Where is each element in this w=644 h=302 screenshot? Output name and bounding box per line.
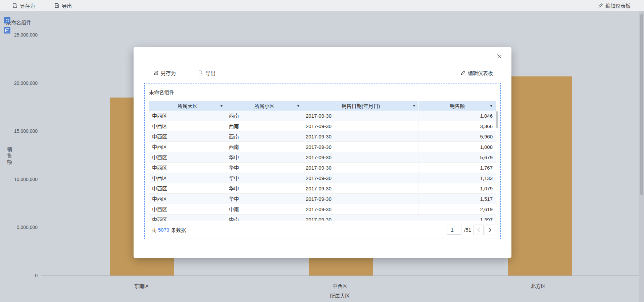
cell: 中西区 [149, 131, 226, 141]
cell: 2017-09-30 [303, 194, 419, 204]
cell: 中西区 [149, 173, 226, 183]
cell: 2017-09-30 [303, 111, 419, 121]
cell: 中南 [226, 204, 303, 214]
cell: 华中 [226, 163, 303, 173]
cell: 2017-09-30 [303, 215, 419, 221]
next-page-button[interactable] [485, 225, 495, 235]
edit-dashboard-label: 编辑仪表板 [605, 2, 631, 9]
save-as-label: 另存为 [20, 2, 35, 9]
pencil-icon [598, 3, 603, 8]
undo-button[interactable] [4, 17, 10, 23]
table-row: 中西区 西南 2017-09-30 5,960 [149, 131, 496, 142]
chevron-down-icon[interactable] [490, 105, 493, 107]
x-axis-tick-label: 东南区 [115, 282, 168, 289]
table-row: 中西区 中南 2017-09-30 2,619 [149, 204, 496, 215]
cell: 华中 [226, 194, 303, 204]
modal-export-label: 导出 [205, 69, 215, 76]
widget-title: 未命名组件 [149, 88, 174, 96]
cell: 华中 [226, 183, 303, 193]
cell: 中西区 [149, 204, 226, 214]
y-axis-tick-label: 5,000,000 [0, 224, 38, 231]
y-axis-title: 销售额 [6, 147, 13, 166]
cell: 1,008 [419, 142, 496, 152]
modal-edit-dashboard-button[interactable]: 编辑仪表板 [460, 69, 493, 76]
top-toolbar: 另存为 导出 编辑仪表板 [0, 0, 644, 11]
y-axis-tick-label: 15,000,000 [0, 128, 38, 134]
prev-page-button[interactable] [473, 225, 484, 235]
save-as-button[interactable]: 另存为 [12, 2, 35, 9]
page-scrollbar[interactable] [639, 11, 644, 302]
cell: 1,079 [419, 183, 496, 193]
cell: 2,619 [419, 204, 496, 214]
table-row: 中西区 西南 2017-09-30 1,046 [149, 111, 496, 121]
column-header-sale-date[interactable]: 销售日期(年月日) [303, 101, 419, 111]
cell: 1,046 [419, 111, 496, 121]
table-row: 中西区 华中 2017-09-30 1,517 [149, 194, 496, 204]
table-widget-card[interactable]: 未命名组件 所属大区 所属小区 销售日期(年月日) 销售额 [144, 83, 501, 239]
cell: 2017-09-30 [303, 152, 419, 162]
x-axis-line [41, 276, 639, 276]
table-row: 中西区 西南 2017-09-30 3,366 [149, 121, 496, 131]
modal-save-as-button[interactable]: 另存为 [153, 69, 176, 76]
modal-toolbar: 另存为 导出 编辑仪表板 [153, 69, 493, 76]
modal-export-button[interactable]: 导出 [198, 69, 215, 76]
export-icon [198, 70, 203, 75]
cell: 中西区 [149, 111, 226, 121]
column-header-sales-amount[interactable]: 销售额 [419, 101, 496, 111]
x-axis-tick-label: 中西区 [313, 282, 367, 289]
save-icon [153, 70, 158, 75]
x-axis-title: 所属大区 [313, 292, 367, 299]
detail-modal: 另存为 导出 编辑仪表板 未命名组件 所属大区 所属小区 [134, 47, 511, 258]
column-header-label: 所属小区 [254, 102, 275, 109]
pencil-icon [460, 70, 465, 75]
chevron-left-icon [477, 228, 480, 232]
page-number-input[interactable] [447, 225, 461, 235]
record-count-prefix: 共 [151, 226, 156, 233]
cell: 华中 [226, 152, 303, 162]
export-button[interactable]: 导出 [54, 2, 72, 9]
cell: 中西区 [149, 121, 226, 131]
table-header-row: 所属大区 所属小区 销售日期(年月日) 销售额 [149, 101, 496, 111]
y-axis-tick-label: 10,000,000 [0, 176, 38, 183]
save-icon [12, 3, 17, 8]
chevron-right-icon [488, 228, 492, 232]
cell: 中西区 [149, 142, 226, 152]
cell: 2017-09-30 [303, 142, 419, 152]
edit-dashboard-button[interactable]: 编辑仪表板 [598, 2, 631, 9]
export-label: 导出 [62, 2, 72, 9]
chevron-down-icon[interactable] [220, 105, 223, 107]
cell: 5,679 [419, 152, 496, 162]
x-axis-tick-label: 北方区 [511, 282, 565, 289]
y-axis-tick-label: 20,000,000 [0, 80, 38, 86]
multi-select-button[interactable] [4, 27, 10, 34]
y-axis-tick-label: 0 [0, 272, 38, 279]
column-header-label: 所属大区 [178, 102, 198, 109]
table-row: 中西区 华中 2017-09-30 1,079 [149, 183, 496, 194]
cell: 3,366 [419, 121, 496, 131]
cell: 1,767 [419, 163, 496, 173]
column-header-region[interactable]: 所属大区 [149, 101, 226, 111]
chart-bar[interactable] [508, 76, 572, 276]
cell: 1,133 [419, 173, 496, 183]
cell: 中西区 [149, 194, 226, 204]
pagination: /51 [447, 225, 495, 235]
cell: 西南 [226, 142, 303, 152]
close-button[interactable] [496, 53, 503, 60]
page-scrollbar-thumb[interactable] [640, 14, 643, 195]
table-body: 中西区 西南 2017-09-30 1,046 中西区 西南 2017-09-3… [149, 111, 496, 221]
chevron-down-icon[interactable] [413, 105, 415, 107]
table-row: 中西区 华中 2017-09-30 5,679 [149, 152, 496, 163]
cell: 中西区 [149, 215, 226, 221]
cell: 1,517 [419, 194, 496, 204]
record-count-summary: 共 5073 条数据 [151, 225, 186, 235]
column-header-subregion[interactable]: 所属小区 [226, 101, 303, 111]
close-icon [497, 54, 502, 59]
undo-icon [5, 18, 9, 22]
cell: 西南 [226, 131, 303, 141]
cell: 中西区 [149, 152, 226, 162]
table-scrollbar-thumb[interactable] [496, 111, 498, 128]
cell: 2017-09-30 [303, 163, 419, 173]
modal-save-as-label: 另存为 [161, 69, 176, 76]
cell: 2017-09-30 [303, 131, 419, 141]
chevron-down-icon[interactable] [297, 105, 300, 107]
